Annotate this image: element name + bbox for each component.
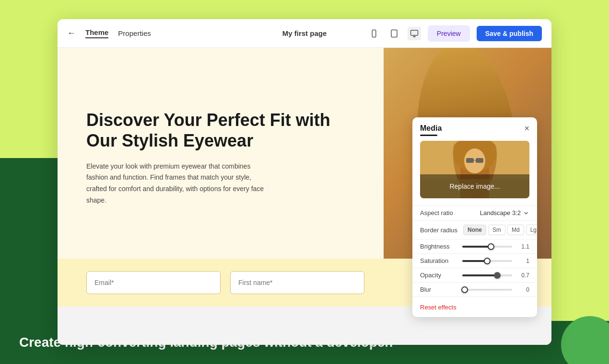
border-radius-row: Border radius None Sm Md Lg (412, 220, 537, 239)
brightness-label: Brightness (420, 243, 458, 250)
blur-label: Blur (420, 286, 458, 293)
device-mobile-icon[interactable] (367, 27, 381, 40)
opacity-row: Opacity 0.7 (412, 268, 537, 282)
firstname-field[interactable] (230, 271, 364, 294)
opacity-thumb[interactable] (494, 272, 501, 279)
br-options: None Sm Md Lg (463, 225, 537, 235)
saturation-thumb[interactable] (484, 258, 491, 264)
nav-right: Preview Save & publish (367, 25, 542, 42)
brightness-value: 1.1 (516, 243, 529, 250)
svg-rect-12 (466, 158, 474, 163)
hero-title: Discover Your Perfect Fit with Our Styli… (86, 110, 360, 151)
blur-thumb[interactable] (461, 286, 468, 293)
border-radius-options: None Sm Md Lg (463, 225, 537, 235)
panel-header: Media × (412, 117, 537, 133)
nav-theme[interactable]: Theme (85, 28, 108, 38)
saturation-value: 1 (516, 258, 529, 264)
blur-value: 0 (516, 286, 529, 293)
blur-slider[interactable] (462, 289, 512, 291)
border-radius-label: Border radius (420, 227, 463, 234)
brightness-slider[interactable] (462, 246, 512, 248)
aspect-ratio-label: Aspect ratio (420, 209, 463, 216)
br-sm-button[interactable]: Sm (488, 225, 505, 235)
canvas-area: Discover Your Perfect Fit with Our Styli… (58, 48, 551, 345)
opacity-value: 0.7 (516, 272, 529, 279)
reset-effects-section: Reset effects (412, 296, 537, 317)
opacity-label: Opacity (420, 272, 458, 279)
top-nav: ← Theme Properties My first page Preview… (58, 19, 551, 48)
preview-button[interactable]: Preview (428, 25, 470, 42)
replace-image-label: Replace image... (449, 182, 500, 190)
hero-description: Elevate your look with premium eyewear t… (86, 161, 269, 206)
br-none-button[interactable]: None (463, 225, 486, 235)
panel-close-button[interactable]: × (524, 124, 529, 133)
saturation-label: Saturation (420, 257, 458, 264)
chevron-down-icon (523, 210, 529, 216)
br-lg-button[interactable]: Lg (526, 225, 537, 235)
publish-button[interactable]: Save & publish (477, 26, 542, 41)
opacity-fill (462, 274, 497, 276)
aspect-ratio-value[interactable]: Landscape 3:2 (463, 209, 529, 216)
device-tablet-icon[interactable] (387, 27, 401, 40)
nav-properties[interactable]: Properties (118, 29, 151, 37)
aspect-ratio-row: Aspect ratio Landscape 3:2 (412, 205, 537, 220)
saturation-row: Saturation 1 (412, 253, 537, 268)
brightness-thumb[interactable] (488, 243, 494, 250)
brightness-fill (462, 246, 491, 248)
saturation-slider[interactable] (462, 260, 512, 262)
blur-row: Blur 0 (412, 282, 537, 296)
svg-rect-2 (391, 30, 397, 37)
back-button[interactable]: ← (67, 28, 76, 38)
svg-rect-0 (372, 30, 376, 37)
bottom-bar-circle (561, 316, 609, 364)
replace-overlay[interactable]: Replace image... (420, 174, 529, 198)
page-title: My first page (282, 29, 327, 37)
email-field[interactable] (86, 271, 221, 294)
panel-title: Media (420, 124, 442, 133)
svg-rect-4 (410, 30, 418, 35)
device-desktop-icon[interactable] (408, 27, 421, 40)
nav-left: ← Theme Properties (67, 28, 151, 38)
media-panel: Media × (412, 117, 537, 317)
reset-effects-button[interactable]: Reset effects (420, 304, 457, 311)
hero-text-col: Discover Your Perfect Fit with Our Styli… (58, 48, 384, 259)
br-md-button[interactable]: Md (507, 225, 524, 235)
opacity-slider[interactable] (462, 274, 512, 276)
editor-window: ← Theme Properties My first page Preview… (58, 19, 551, 345)
panel-title-underline (420, 135, 437, 136)
dark-block (0, 158, 58, 321)
image-preview-wrap[interactable]: Replace image... (420, 141, 529, 198)
svg-rect-13 (476, 158, 483, 163)
aspect-dropdown[interactable]: Landscape 3:2 (480, 209, 529, 216)
brightness-row: Brightness 1.1 (412, 239, 537, 253)
